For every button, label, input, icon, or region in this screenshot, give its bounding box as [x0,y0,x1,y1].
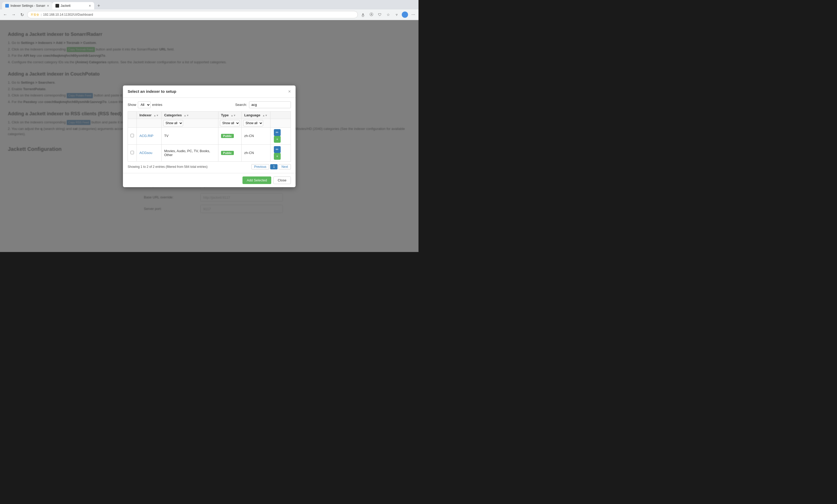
user-avatar[interactable] [402,12,408,18]
modal-body: Show All entries Search: [123,98,296,173]
row2-actions-cell: ✏ + [270,144,290,161]
row2-checkbox-cell [128,144,137,161]
address-input[interactable]: 不安全 | 192.168.10.14:11302/UI/Dashboard [27,11,358,18]
language-icon[interactable]: Ⓐ [368,12,375,18]
row1-add-button[interactable]: + [274,136,281,143]
tab-jackett-close[interactable]: × [89,4,91,7]
indexer-setup-modal: Select an indexer to setup × Show All en… [123,86,296,187]
indexer-table: Indexer ▲▼ Categories ▲▼ Type ▲▼ [128,111,291,162]
sort-indexer-icon: ▲▼ [154,114,159,117]
modal-title: Select an indexer to setup [128,89,176,94]
search-row: Search: [235,101,291,108]
show-entries-control: Show All entries [128,101,162,108]
row1-indexer-link[interactable]: ACG.RIP [139,134,153,138]
row1-indexer-cell: ACG.RIP [137,127,162,144]
address-url: 192.168.10.14:11302/UI/Dashboard [43,13,93,17]
th-type[interactable]: Type ▲▼ [218,111,242,119]
jackett-favicon [55,4,59,7]
security-warning: 不安全 [31,13,39,17]
shield-icon[interactable]: 🛡 [377,12,383,18]
table-body: ACG.RIP TV Public zh-CN ✏ + [128,127,291,161]
filter-header-row: Show all Show all Show all [128,119,291,127]
sort-language-icon: ▲▼ [262,114,268,117]
filter-language-cell: Show all [242,119,270,127]
search-input[interactable] [249,101,291,108]
page-content: Adding a Jackett indexer to Sonarr/Radar… [0,20,418,252]
row2-checkbox[interactable] [130,151,134,154]
row1-edit-button[interactable]: ✏ [274,129,281,136]
new-tab-button[interactable]: + [95,2,103,10]
row2-language-cell: zh-CN [242,144,270,161]
row2-indexer-cell: ACGsou [137,144,162,161]
categories-filter-select[interactable]: Show all [163,120,183,126]
table-header-row: Indexer ▲▼ Categories ▲▼ Type ▲▼ [128,111,291,119]
th-checkbox [128,111,137,119]
separator: | [41,13,41,16]
tab-jackett-label: Jackett [61,4,87,7]
filter-row: Show All entries Search: [128,101,291,108]
type-filter-select[interactable]: Show all [220,120,240,126]
row1-categories-cell: TV [161,127,218,144]
modal-footer: Add Selected Close [123,173,296,187]
th-actions [270,111,290,119]
row2-edit-button[interactable]: ✏ [274,146,281,153]
tab-sonarr-label: Indexer Settings - Sonarr [11,4,45,7]
show-label: Show [128,103,136,107]
modal-header: Select an indexer to setup × [123,86,296,98]
next-page-button[interactable]: Next [279,164,291,169]
table-row: ACGsou Movies, Audio, PC, TV, Books, Oth… [128,144,291,161]
entries-label: entries [152,103,162,107]
row2-add-button[interactable]: + [274,153,281,160]
toolbar-icons: A̲ Ⓐ 🛡 ☆ ▿ ⋯ [360,12,416,18]
row1-type-badge: Public [221,134,234,138]
tab-bar: Indexer Settings - Sonarr × Jackett × + [0,0,418,10]
th-language[interactable]: Language ▲▼ [242,111,270,119]
filter-indexer-cell [137,119,162,127]
modal-close-button[interactable]: × [288,89,291,94]
translate-icon[interactable]: A̲ [360,12,366,18]
reload-button[interactable]: ↻ [19,12,25,18]
row1-checkbox-cell [128,127,137,144]
forward-button[interactable]: → [11,12,17,18]
row1-actions-cell: ✏ + [270,127,290,144]
pagination-row: Showing 1 to 2 of 2 entries (filtered fr… [128,164,291,169]
entries-select[interactable]: All [138,101,151,108]
filter-categories-cell: Show all [161,119,218,127]
close-button[interactable]: Close [273,176,291,184]
row2-indexer-link[interactable]: ACGsou [139,151,152,155]
tab-sonarr-close[interactable]: × [47,4,49,7]
browser-chrome: Indexer Settings - Sonarr × Jackett × + … [0,0,418,20]
sort-type-icon: ▲▼ [231,114,236,117]
tab-jackett[interactable]: Jackett × [52,2,94,10]
menu-icon[interactable]: ⋯ [410,12,416,18]
extensions-icon[interactable]: ▿ [393,12,400,18]
filter-actions-cell [270,119,290,127]
add-selected-button[interactable]: Add Selected [243,176,271,184]
row2-type-badge: Public [221,151,234,155]
search-label: Search: [235,103,247,107]
th-categories[interactable]: Categories ▲▼ [161,111,218,119]
tab-sonarr[interactable]: Indexer Settings - Sonarr × [2,2,52,10]
language-filter-select[interactable]: Show all [243,120,263,126]
row2-categories-cell: Movies, Audio, PC, TV, Books, Other [161,144,218,161]
filter-type-cell: Show all [218,119,242,127]
th-indexer[interactable]: Indexer ▲▼ [137,111,162,119]
filter-checkbox-cell [128,119,137,127]
row1-checkbox[interactable] [130,134,134,137]
sonarr-favicon [5,4,9,7]
back-button[interactable]: ← [2,12,8,18]
bookmark-icon[interactable]: ☆ [385,12,391,18]
prev-page-button[interactable]: Previous [251,164,269,169]
row1-language-cell: zh-CN [242,127,270,144]
sort-categories-icon: ▲▼ [184,114,189,117]
row1-type-cell: Public [218,127,242,144]
pagination-controls: Previous 1 Next [251,164,291,169]
pagination-info: Showing 1 to 2 of 2 entries (filtered fr… [128,165,208,169]
row2-type-cell: Public [218,144,242,161]
table-row: ACG.RIP TV Public zh-CN ✏ + [128,127,291,144]
modal-overlay: Select an indexer to setup × Show All en… [0,20,418,252]
address-bar-row: ← → ↻ 不安全 | 192.168.10.14:11302/UI/Dashb… [0,10,418,20]
current-page: 1 [270,164,278,169]
